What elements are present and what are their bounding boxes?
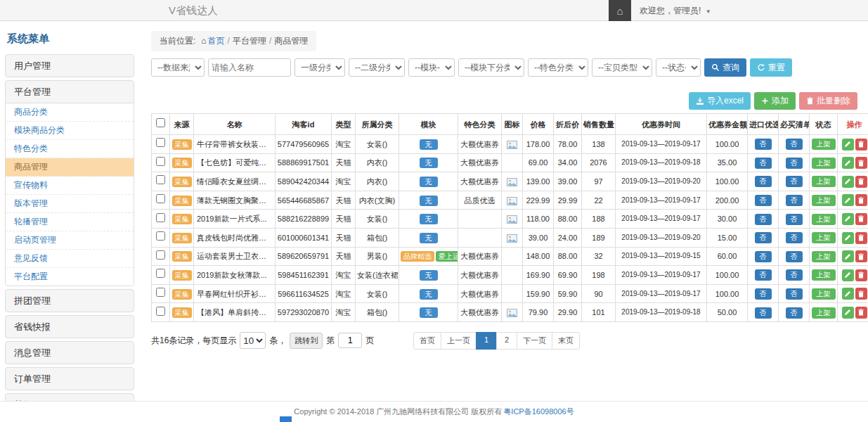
filter-select-status[interactable]: --状态-- — [656, 58, 701, 77]
must-buy-toggle[interactable]: 否 — [786, 195, 803, 206]
filter-select-data-source[interactable]: --数据来源-- — [151, 58, 205, 77]
sidebar-item-saving-express[interactable]: 省钱快报 — [6, 316, 134, 338]
delete-button[interactable] — [855, 232, 867, 244]
sidebar-item-order-management[interactable]: 订单管理 — [6, 368, 134, 390]
sidebar-subitem-1[interactable]: 模块商品分类 — [6, 122, 134, 140]
edit-button[interactable] — [842, 307, 854, 319]
sidebar-item-message-management[interactable]: 消息管理 — [6, 342, 134, 364]
must-buy-toggle[interactable]: 否 — [786, 176, 803, 187]
row-checkbox[interactable] — [156, 175, 165, 184]
delete-button[interactable] — [855, 176, 867, 188]
row-checkbox[interactable] — [156, 269, 165, 278]
user-menu[interactable]: 欢迎您，管理员! ▼ — [631, 0, 720, 21]
import-select-toggle[interactable]: 否 — [755, 251, 772, 262]
page-button-last[interactable]: 末页 — [552, 332, 580, 350]
status-button[interactable]: 上架 — [812, 214, 836, 225]
import-select-toggle[interactable]: 否 — [755, 269, 772, 281]
filter-input-name[interactable] — [208, 58, 291, 77]
status-button[interactable]: 上架 — [812, 158, 836, 169]
row-checkbox[interactable] — [156, 307, 165, 316]
jump-button[interactable]: 跳转到 — [290, 333, 323, 349]
sidebar-subitem-4[interactable]: 宣传物料 — [6, 177, 134, 195]
add-button[interactable]: 添加 — [754, 92, 796, 110]
must-buy-toggle[interactable]: 否 — [786, 158, 803, 169]
icp-link[interactable]: 粤ICP备16098006号 — [503, 407, 574, 417]
delete-button[interactable] — [855, 288, 867, 300]
breadcrumb-home-link[interactable]: 首页 — [208, 36, 225, 46]
filter-select-module-subcategory[interactable]: --模块下分类-- — [458, 58, 524, 77]
edit-button[interactable] — [842, 269, 854, 281]
import-select-toggle[interactable]: 否 — [755, 232, 772, 243]
row-checkbox[interactable] — [156, 213, 165, 222]
sidebar-item-group-buy-management[interactable]: 拼团管理 — [6, 290, 134, 312]
import-select-toggle[interactable]: 否 — [755, 139, 772, 150]
sidebar-item-user-management[interactable]: 用户管理 — [6, 55, 134, 77]
sidebar-item-platform-management[interactable]: 平台管理 — [6, 81, 134, 103]
search-button[interactable]: 查询 — [704, 58, 746, 77]
page-button-page-1[interactable]: 1 — [476, 332, 497, 350]
sidebar-subitem-5[interactable]: 版本管理 — [6, 195, 134, 213]
must-buy-toggle[interactable]: 否 — [786, 307, 803, 319]
per-page-select[interactable]: 10 — [240, 332, 266, 349]
import-excel-button[interactable]: 导入excel — [689, 92, 751, 110]
delete-button[interactable] — [855, 139, 867, 151]
sidebar-subitem-7[interactable]: 启动页管理 — [6, 231, 134, 250]
edit-button[interactable] — [842, 232, 854, 244]
delete-button[interactable] — [855, 307, 867, 319]
edit-button[interactable] — [842, 288, 854, 300]
home-button[interactable]: ⌂ — [609, 0, 631, 21]
page-button-next[interactable]: 下一页 — [517, 332, 552, 350]
sidebar-subitem-6[interactable]: 轮播管理 — [6, 213, 134, 231]
status-button[interactable]: 上架 — [812, 139, 836, 150]
delete-button[interactable] — [855, 194, 867, 206]
edit-button[interactable] — [842, 139, 854, 151]
row-checkbox[interactable] — [156, 157, 165, 166]
sidebar-subitem-0[interactable]: 商品分类 — [6, 103, 134, 122]
import-select-toggle[interactable]: 否 — [755, 176, 772, 187]
import-select-toggle[interactable]: 否 — [755, 307, 772, 319]
must-buy-toggle[interactable]: 否 — [786, 232, 803, 243]
filter-select-feature-category[interactable]: --特色分类-- — [528, 58, 588, 77]
sidebar-subitem-2[interactable]: 特色分类 — [6, 140, 134, 158]
select-all-checkbox[interactable] — [156, 118, 165, 127]
must-buy-toggle[interactable]: 否 — [786, 288, 803, 300]
import-select-toggle[interactable]: 否 — [755, 214, 772, 225]
filter-select-item-type[interactable]: --宝贝类型-- — [592, 58, 652, 77]
must-buy-toggle[interactable]: 否 — [786, 214, 803, 225]
sidebar-subitem-8[interactable]: 意见反馈 — [6, 250, 134, 268]
edit-button[interactable] — [842, 194, 854, 206]
edit-button[interactable] — [842, 176, 854, 188]
page-number-input[interactable] — [338, 333, 362, 348]
edit-button[interactable] — [842, 157, 854, 169]
status-button[interactable]: 上架 — [812, 251, 836, 262]
row-checkbox[interactable] — [156, 250, 165, 260]
must-buy-toggle[interactable]: 否 — [786, 269, 803, 281]
import-select-toggle[interactable]: 否 — [755, 288, 772, 300]
delete-button[interactable] — [855, 213, 867, 225]
sidebar-subitem-3[interactable]: 商品管理 — [6, 158, 134, 177]
status-button[interactable]: 上架 — [812, 288, 836, 300]
reset-button[interactable]: 重置 — [750, 58, 792, 77]
filter-select-module[interactable]: --模块-- — [408, 58, 455, 77]
status-button[interactable]: 上架 — [812, 176, 836, 187]
filter-select-level1-category[interactable]: 一级分类 — [294, 58, 345, 77]
delete-button[interactable] — [855, 269, 867, 281]
edit-button[interactable] — [842, 213, 854, 225]
row-checkbox[interactable] — [156, 194, 165, 203]
must-buy-toggle[interactable]: 否 — [786, 251, 803, 262]
status-button[interactable]: 上架 — [812, 232, 836, 243]
row-checkbox[interactable] — [156, 138, 165, 147]
status-button[interactable]: 上架 — [812, 195, 836, 206]
import-select-toggle[interactable]: 否 — [755, 158, 772, 169]
row-checkbox[interactable] — [156, 288, 165, 297]
filter-select-level2-category[interactable]: --二级分类-- — [349, 58, 405, 77]
row-checkbox[interactable] — [156, 231, 165, 241]
delete-button[interactable] — [855, 157, 867, 169]
delete-button[interactable] — [855, 250, 867, 262]
page-button-prev[interactable]: 上一页 — [441, 332, 477, 350]
batch-delete-button[interactable]: 批量删除 — [799, 92, 857, 110]
edit-button[interactable] — [842, 250, 854, 262]
page-button-page-2[interactable]: 2 — [496, 332, 517, 350]
import-select-toggle[interactable]: 否 — [755, 195, 772, 206]
sidebar-subitem-9[interactable]: 平台配置 — [6, 268, 134, 286]
